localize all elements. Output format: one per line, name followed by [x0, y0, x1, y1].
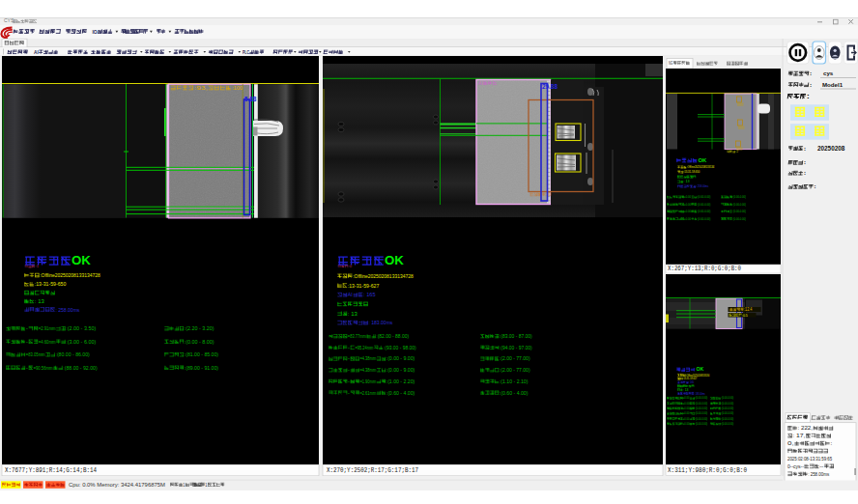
- svg-text:: 165: : 165: [689, 380, 695, 384]
- svg-text:: 17,: : 17,: [792, 433, 806, 438]
- svg-text::(0.00-0.00): :(0.00-0.00): [721, 402, 733, 406]
- svg-text:OK: OK: [72, 253, 91, 267]
- svg-text:: 183.00ms: : 183.00ms: [694, 392, 704, 396]
- svg-text::(0.00-0.00): :(0.00-0.00): [721, 396, 733, 400]
- svg-text:: 258.00ms: : 258.00ms: [696, 184, 708, 188]
- svg-text::2: :2: [735, 150, 738, 154]
- svg-text::100: :100: [232, 84, 243, 91]
- svg-text::(0.00-0.00): :(0.00-0.00): [732, 195, 746, 199]
- svg-text::(81.00 - 85.00): :(81.00 - 85.00): [185, 351, 218, 357]
- svg-text::: :: [807, 92, 810, 100]
- svg-text:PLC: PLC: [243, 49, 249, 55]
- svg-text::(2.00 - 77.00): :(2.00 - 77.00): [500, 355, 530, 361]
- svg-text:=2.91mm: =2.91mm: [39, 325, 56, 331]
- svg-text::: :: [810, 70, 813, 76]
- svg-text::13-31-59-650: :13-31-59-650: [35, 281, 67, 287]
- svg-text:--: --: [819, 463, 823, 469]
- svg-text::(89.00 - 91.00): :(89.00 - 91.00): [185, 365, 218, 371]
- svg-text::Offline20250208133134: :Offline20250208133134: [687, 165, 715, 169]
- svg-text:OK: OK: [699, 157, 708, 163]
- svg-text::(0.00-0.00): :(0.00-0.00): [695, 402, 707, 406]
- svg-text::0.5: :0.5: [742, 313, 748, 318]
- svg-text::(1.00 - 2.20): :(1.00 - 2.20): [386, 378, 415, 384]
- svg-text:=83.77mm: =83.77mm: [348, 333, 366, 339]
- svg-text::(0.00-0.00): :(0.00-0.00): [732, 217, 746, 221]
- svg-text::(0.00-0.00): :(0.00-0.00): [695, 396, 707, 400]
- svg-text:=2.61mm: =2.61mm: [359, 390, 376, 396]
- svg-text::(83.00 - 87.00): :(83.00 - 87.00): [500, 333, 532, 339]
- svg-text:5.88: 5.88: [244, 96, 257, 102]
- svg-text:OK: OK: [697, 366, 704, 372]
- svg-text:=0.00: =0.00: [683, 422, 690, 426]
- svg-text:-: -: [348, 355, 350, 361]
- svg-text::(0.00-0.00): :(0.00-0.00): [695, 406, 707, 410]
- svg-text:-: -: [348, 367, 350, 373]
- svg-text:: 258.00ms: : 258.00ms: [55, 307, 79, 313]
- svg-text:: 183.00ms: : 183.00ms: [368, 320, 392, 325]
- svg-text:: 13: : 13: [683, 388, 689, 392]
- svg-text::(93.00 - 98.00): :(93.00 - 98.00): [384, 345, 416, 350]
- svg-text:X:270;Y:2502;R:17;G:17;B:17: X:270;Y:2502;R:17;G:17;B:17: [327, 466, 418, 474]
- svg-text::Offline20250208133134728: :Offline20250208133134728: [40, 272, 100, 278]
- svg-text:-: -: [348, 390, 350, 396]
- svg-text::(1.10 - 2.10): :(1.10 - 2.10): [500, 378, 529, 384]
- svg-text:AI: AI: [34, 49, 39, 55]
- svg-text::: :: [814, 183, 816, 189]
- svg-text:=0.00: =0.00: [684, 217, 691, 221]
- svg-text::(0.00-0.00): :(0.00-0.00): [732, 203, 746, 207]
- svg-text:=1.90mm: =1.90mm: [359, 378, 376, 384]
- svg-text::(0.00-0.00): :(0.00-0.00): [695, 411, 707, 415]
- svg-text::(0.00-0.00): :(0.00-0.00): [697, 195, 710, 199]
- svg-text:=0.00: =0.00: [683, 406, 690, 410]
- svg-text:Model1: Model1: [822, 81, 844, 88]
- svg-text:-: -: [348, 378, 350, 384]
- svg-text:=0.00: =0.00: [684, 203, 691, 207]
- svg-text:=0.00: =0.00: [683, 411, 690, 415]
- svg-text::: :: [804, 159, 807, 165]
- svg-text:=95.24mm: =95.24mm: [355, 345, 373, 350]
- svg-text::(0.00-0.00): :(0.00-0.00): [721, 406, 733, 410]
- svg-text:: 165: : 165: [363, 292, 376, 297]
- svg-text::(0.00-0.00): :(0.00-0.00): [732, 210, 746, 213]
- svg-text:-: -: [26, 339, 28, 345]
- svg-text::(0.00-0.00): :(0.00-0.00): [721, 417, 733, 421]
- svg-text:20250208: 20250208: [817, 145, 845, 152]
- svg-text:-: -: [348, 345, 350, 350]
- svg-text::12.4: :12.4: [744, 307, 753, 312]
- svg-text:: 13: : 13: [683, 180, 689, 183]
- svg-text:-: -: [26, 325, 28, 331]
- svg-text::: :: [810, 81, 813, 88]
- svg-text:0,: 0,: [787, 440, 794, 446]
- svg-text::(2.00 - 3.50): :(2.00 - 3.50): [66, 325, 96, 331]
- svg-text:=0.00: =0.00: [683, 396, 690, 400]
- svg-text:=4.38mm: =4.38mm: [359, 367, 376, 373]
- svg-text::(3.00 - 6.00): :(3.00 - 6.00): [66, 339, 96, 345]
- svg-text:=0.00: =0.00: [684, 210, 691, 213]
- svg-text::(0.00-0.00): :(0.00-0.00): [695, 417, 707, 421]
- svg-text::(0.00-0.00): :(0.00-0.00): [697, 210, 710, 213]
- svg-text::13-31-59-627: :13-31-59-627: [348, 283, 380, 289]
- svg-text:NG: NG: [25, 264, 28, 268]
- svg-text:=0.00: =0.00: [684, 195, 691, 199]
- svg-text:NG: NG: [669, 61, 672, 66]
- svg-text:cys: cys: [823, 70, 834, 76]
- svg-text:AI: AI: [478, 80, 483, 86]
- svg-text::(0.00 - 9.00): :(0.00 - 9.00): [386, 367, 415, 373]
- svg-text::Offline20250208133134728: :Offline20250208133134728: [353, 273, 414, 279]
- svg-text::(0.00-0.00): :(0.00-0.00): [697, 217, 710, 221]
- svg-text::(0.00-0.00): :(0.00-0.00): [721, 422, 733, 426]
- svg-text:: 258.00ms: : 258.00ms: [808, 471, 829, 477]
- svg-text:=4.60mm: =4.60mm: [39, 339, 56, 345]
- svg-text::(2.20 - 3.20): :(2.20 - 3.20): [185, 325, 214, 331]
- svg-text::30: :30: [546, 192, 552, 197]
- svg-text:2025:02:08-13:31:59:65: 2025:02:08-13:31:59:65: [787, 456, 833, 462]
- svg-text::(0.60 - 4.00): :(0.60 - 4.00): [386, 390, 415, 396]
- svg-text:-: -: [26, 365, 28, 371]
- svg-text:IO: IO: [93, 29, 98, 35]
- svg-text:OK: OK: [385, 253, 404, 267]
- svg-text:NG: NG: [338, 264, 341, 268]
- svg-text::(0.00-0.00): :(0.00-0.00): [721, 411, 733, 415]
- svg-text::(0.00 - 8.00): :(0.00 - 8.00): [185, 339, 214, 345]
- svg-text::(0.00-0.00): :(0.00-0.00): [695, 422, 707, 426]
- svg-text:: 13: : 13: [35, 298, 45, 304]
